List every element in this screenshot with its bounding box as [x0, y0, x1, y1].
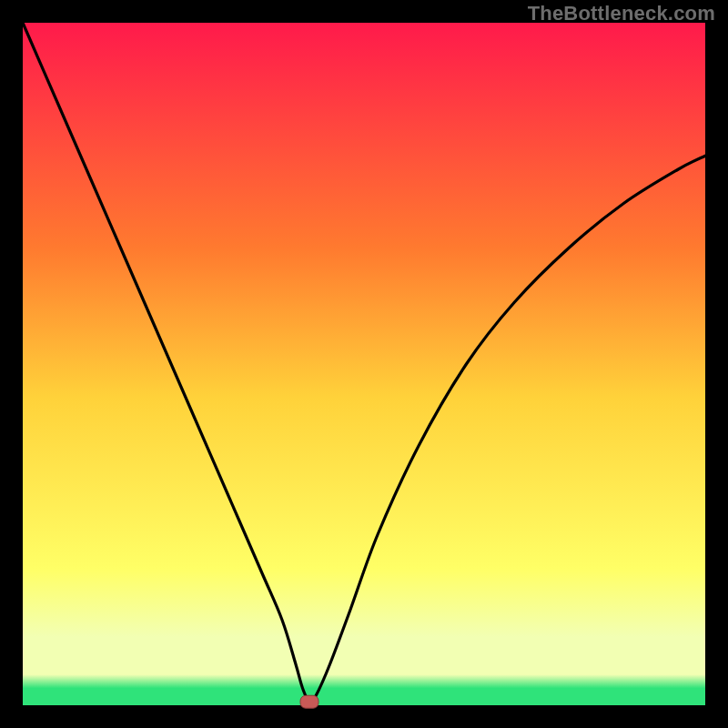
plot-background — [23, 23, 705, 705]
optimum-marker — [300, 695, 318, 708]
watermark-text: TheBottleneck.com — [528, 2, 715, 25]
bottleneck-chart — [0, 0, 728, 728]
